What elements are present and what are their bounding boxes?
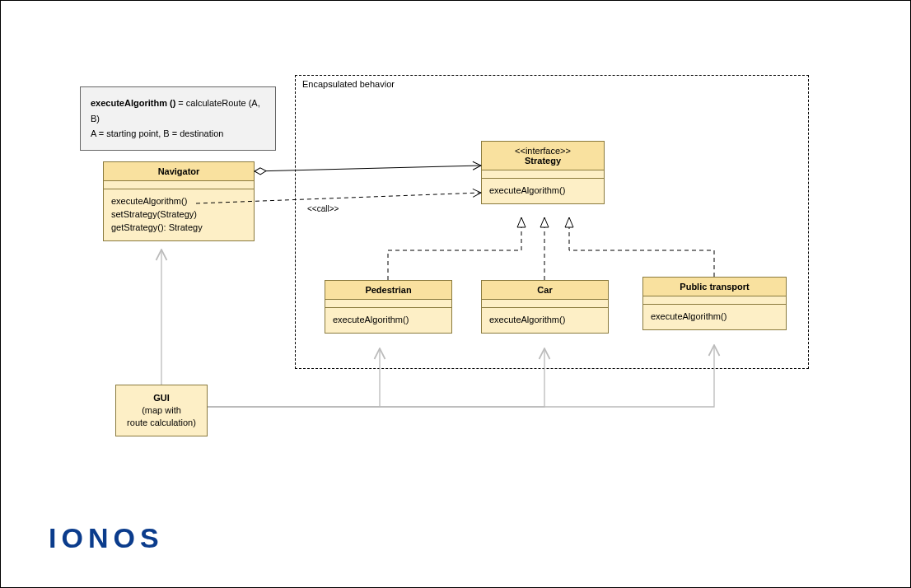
navigator-op3: getStrategy(): Strategy [111, 222, 246, 235]
note-line-2: A = starting point, B = destination [91, 126, 265, 142]
note-algo-name: executeAlgorithm () [91, 98, 175, 108]
public-transport-attr-empty [643, 296, 786, 305]
public-transport-op1: executeAlgorithm() [651, 310, 778, 324]
strategy-name: Strategy [487, 156, 599, 166]
diagram-canvas: executeAlgorithm () = calculateRoute (A,… [0, 0, 911, 588]
class-gui: GUI (map with route calculation) [115, 385, 208, 436]
ionos-logo: IONOS [49, 522, 164, 554]
gui-l2: (map with [124, 404, 199, 417]
pedestrian-attr-empty [325, 300, 451, 308]
class-navigator: Navigator executeAlgorithm() setStrategy… [103, 161, 255, 241]
gui-l3: route calculation) [124, 417, 199, 429]
strategy-stereotype: <<interface>> [487, 146, 599, 156]
class-pedestrian: Pedestrian executeAlgorithm() [325, 280, 452, 334]
frame-label: Encapsulated behavior [302, 79, 395, 89]
uml-note: executeAlgorithm () = calculateRoute (A,… [80, 86, 276, 151]
car-op1: executeAlgorithm() [489, 314, 600, 327]
gui-l1: GUI [124, 392, 199, 404]
strategy-op1: executeAlgorithm() [489, 184, 596, 198]
class-car: Car executeAlgorithm() [481, 280, 609, 334]
car-name: Car [537, 285, 552, 295]
navigator-op2: setStrategy(Strategy) [111, 208, 246, 222]
class-public-transport: Public transport executeAlgorithm() [642, 277, 787, 330]
navigator-op1: executeAlgorithm() [111, 195, 246, 208]
strategy-attr-empty [482, 170, 604, 179]
navigator-attr-empty [104, 181, 254, 189]
public-transport-name: Public transport [680, 282, 749, 292]
pedestrian-op1: executeAlgorithm() [333, 314, 444, 327]
navigator-name: Navigator [158, 166, 200, 176]
note-line-1: executeAlgorithm () = calculateRoute (A,… [91, 96, 265, 126]
class-strategy: <<interface>> Strategy executeAlgorithm(… [481, 141, 605, 204]
call-label: <<call>> [307, 204, 339, 213]
pedestrian-name: Pedestrian [365, 285, 411, 295]
car-attr-empty [482, 300, 608, 308]
